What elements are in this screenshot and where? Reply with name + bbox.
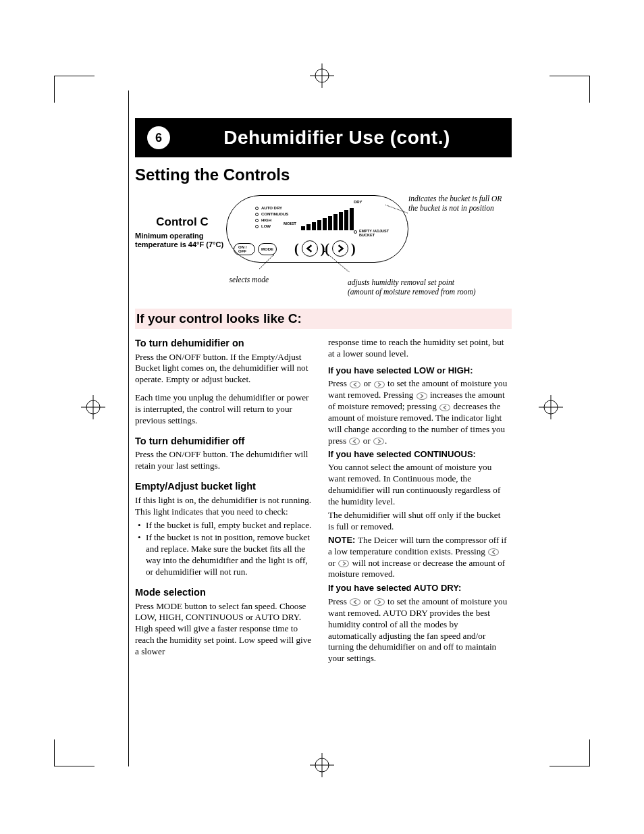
callout-adjust: adjusts humidity removal set point(amoun… <box>348 278 510 297</box>
subsection-header: If your control looks like C: <box>135 309 512 329</box>
control-panel: AUTO DRY CONTINUOUS HIGH LOW ON / OFF MO… <box>226 195 408 263</box>
body-text: response time to reach the humidity set … <box>328 337 508 360</box>
crop-line <box>0 76 644 76</box>
min-temp-note: Minimum operating temperature is 44°F (7… <box>135 232 230 249</box>
control-diagram: Control C Minimum operating temperature … <box>135 188 512 303</box>
body-text: If this light is on, the dehumidifier is… <box>135 495 315 518</box>
crop-line <box>0 766 644 766</box>
crop-mark-icon <box>81 395 105 422</box>
left-arrow-icon <box>488 548 499 556</box>
crop-line <box>589 76 590 766</box>
moist-label: MOIST <box>284 221 296 226</box>
right-arrow-icon <box>373 438 384 445</box>
left-arrow-button <box>302 240 318 257</box>
body-text: NOTE: The Deicer will turn the compresso… <box>328 535 508 581</box>
page: 6 Dehumidifier Use (cont.) Setting the C… <box>0 0 644 834</box>
led-icon <box>255 213 259 216</box>
right-arrow-icon <box>374 598 385 606</box>
empty-bucket-led: EMPTY /ADJUSTBUCKET <box>354 230 389 237</box>
callout-mode: selects mode <box>215 275 269 284</box>
onoff-button: ON / OFF <box>234 243 255 255</box>
crop-mark-icon <box>310 753 334 780</box>
page-header: 6 Dehumidifier Use (cont.) <box>135 118 512 157</box>
left-arrow-icon <box>439 404 450 411</box>
arrow-buttons: ( )( ) <box>294 240 356 257</box>
body-text: Press the ON/OFF button. The dehumidifie… <box>135 449 315 472</box>
crop-line <box>54 76 55 766</box>
body-text: The dehumidifier will shut off only if t… <box>328 510 508 533</box>
right-column: response time to reach the humidity set … <box>328 333 508 667</box>
list-item: If the bucket is full, empty bucket and … <box>140 520 315 531</box>
bold-label: If you have selected CONTINUOUS: <box>328 449 508 461</box>
right-arrow-icon <box>338 560 349 567</box>
control-name: Control C <box>135 215 230 229</box>
mode-button: MODE <box>258 243 277 255</box>
body-text: Each time you unplug the dehumidifier or… <box>135 392 315 427</box>
left-arrow-icon <box>349 438 360 445</box>
led-icon <box>354 230 357 234</box>
led-icon <box>255 225 259 228</box>
body-text: Press or to set the amount of moisture y… <box>328 378 508 446</box>
list-item: If the bucket is not in position, remove… <box>140 532 315 578</box>
body-text: Press MODE button to select fan speed. C… <box>135 601 315 658</box>
body-text: Press or to set the amount of moisture y… <box>328 596 508 664</box>
heading: To turn dehumidifier on <box>135 337 315 350</box>
left-arrow-icon <box>350 598 360 606</box>
heading: Mode selection <box>135 586 315 599</box>
two-columns: To turn dehumidifier on Press the ON/OFF… <box>135 333 508 667</box>
left-arrow-icon <box>350 381 360 388</box>
body-text: You cannot select the amount of moisture… <box>328 462 508 508</box>
led-icon <box>255 207 259 210</box>
page-title: Dehumidifier Use (cont.) <box>170 127 504 149</box>
crop-mark-icon <box>539 395 563 422</box>
right-arrow-button <box>332 240 348 257</box>
page-number-badge: 6 <box>147 126 170 149</box>
vertical-divider <box>128 90 129 766</box>
left-column: To turn dehumidifier on Press the ON/OFF… <box>135 333 315 667</box>
right-arrow-icon <box>374 381 385 388</box>
heading: Empty/Adjust bucket light <box>135 480 315 493</box>
bold-label: If you have selected AUTO DRY: <box>328 583 508 594</box>
heading: To turn dehumidifier off <box>135 435 315 448</box>
body-text: Press the ON/OFF button. If the Empty/Ad… <box>135 352 315 386</box>
section-title: Setting the Controls <box>135 165 512 184</box>
right-arrow-icon <box>417 392 427 400</box>
bold-label: If you have selected LOW or HIGH: <box>328 365 508 377</box>
content-area: 6 Dehumidifier Use (cont.) Setting the C… <box>135 118 512 667</box>
dry-label: DRY <box>354 200 362 204</box>
callout-bucket: indicates the bucket is full ORthe bucke… <box>408 194 516 213</box>
mode-led-list: AUTO DRY CONTINUOUS HIGH LOW <box>255 205 288 230</box>
led-icon <box>255 219 259 222</box>
humidity-bars-icon <box>301 208 354 230</box>
